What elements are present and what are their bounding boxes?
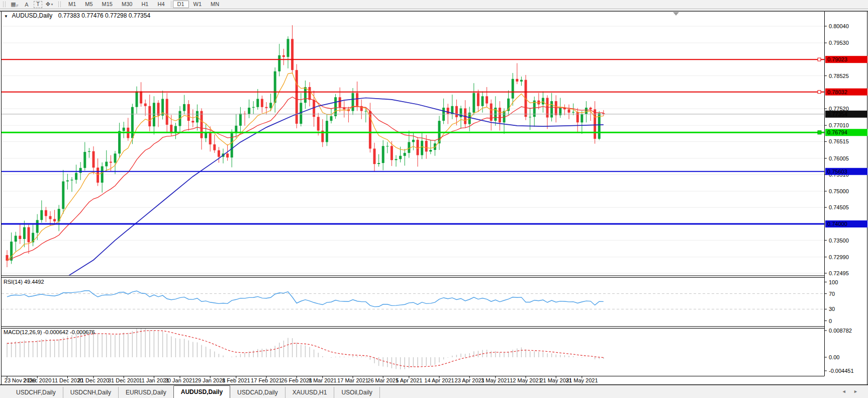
timeframe-button-m30[interactable]: M30 — [117, 1, 137, 8]
chart-tab-usoil[interactable]: USOil,Daily — [334, 387, 379, 398]
price-tick-label: 0.73500 — [829, 237, 849, 244]
timeframe-button-m5[interactable]: M5 — [80, 1, 97, 8]
chart-tab-xauusd[interactable]: XAUUSD,H1 — [285, 387, 335, 398]
price-tick-label: 0.76005 — [829, 155, 849, 162]
timeframe-button-m1[interactable]: M1 — [64, 1, 80, 8]
timeframe-button-d1[interactable]: D1 — [173, 1, 189, 8]
price-tick-label: 0.78525 — [829, 73, 849, 79]
rsi-tick-label: 100 — [829, 279, 838, 285]
chart-tab-audusd[interactable]: AUDUSD,Daily — [173, 385, 230, 398]
chart-tab-usdcad[interactable]: USDCAD,Daily — [230, 387, 285, 398]
date-tick-label: 17 Feb 2021 — [251, 377, 282, 383]
timeframe-button-h1[interactable]: H1 — [137, 1, 153, 8]
hline-price-tag: 0.76794 — [827, 129, 847, 135]
chart-menu-arrow-icon[interactable]: ▼ — [4, 14, 8, 19]
text-a-icon[interactable]: A — [22, 1, 32, 8]
timeframe-button-h4[interactable]: H4 — [153, 1, 169, 8]
timeframe-button-group: M1M5M15M30H1H4D1W1MN — [64, 0, 224, 9]
date-tick-label: 17 Mar 2021 — [337, 377, 368, 383]
price-tick-label: 0.80040 — [829, 23, 849, 29]
hline-price-tag: 0.75603 — [827, 169, 847, 175]
date-tick-label: 26 Feb 2021 — [281, 377, 312, 383]
macd-tick-label: 0.00 — [829, 354, 839, 360]
rsi-tick-label: 70 — [829, 291, 835, 297]
timeframe-button-mn[interactable]: MN — [206, 1, 224, 8]
tab-scroll-left-icon[interactable]: ◄ — [842, 389, 849, 394]
date-tick-label: 3 May 2021 — [481, 377, 510, 383]
chart-tab-eurusd[interactable]: EURUSD,Daily — [119, 387, 174, 398]
timeframe-button-w1[interactable]: W1 — [189, 1, 207, 8]
date-tick-label: 14 Apr 2021 — [424, 377, 454, 383]
price-tick-label: 0.72990 — [829, 254, 849, 260]
hline-price-tag: 0.74000 — [827, 221, 847, 227]
chart-tab-usdchf[interactable]: USDCHF,Daily — [9, 387, 63, 398]
chart-tab-usdcnh[interactable]: USDCNH,Daily — [63, 387, 119, 398]
date-tick-label: 8 Mar 2021 — [309, 377, 337, 383]
tab-scroll-right-icon[interactable]: ► — [853, 389, 861, 394]
timeframe-button-m15[interactable]: M15 — [98, 1, 117, 8]
chart-title: ▼ AUDUSD,Daily 0.77383 0.77476 0.77298 0… — [4, 12, 150, 19]
date-tick-label: 2 Dec 2020 — [23, 377, 51, 383]
mt4-window: ▦FAT✥▾ M1M5M15M30H1H4D1W1MN 0.800400.795… — [0, 0, 868, 398]
chart-tab-bar: USDCHF,DailyUSDCNH,DailyEURUSD,DailyAUDU… — [0, 385, 868, 398]
price-tick-label: 0.74505 — [829, 204, 849, 210]
macd-tick-label: 0.008782 — [829, 328, 852, 334]
price-tick-label: 0.75000 — [829, 188, 849, 194]
toolbar-drag-grip[interactable] — [3, 2, 6, 7]
chart-canvas[interactable]: 0.800400.795300.785250.775200.770100.765… — [0, 0, 868, 398]
date-tick-label: 8 Feb 2021 — [222, 377, 250, 383]
date-tick-label: 12 May 2021 — [510, 377, 542, 383]
chart-ohlc-values: 0.77383 0.77476 0.77298 0.77354 — [58, 12, 151, 19]
date-axis[interactable]: 23 Nov 20202 Dec 202011 Dec 202021 Dec 2… — [5, 376, 598, 383]
object-arrows-icon[interactable]: ✥▾ — [44, 1, 54, 8]
hline-price-tag: 0.78032 — [827, 89, 847, 95]
chart-tabs: USDCHF,DailyUSDCNH,DailyEURUSD,DailyAUDU… — [9, 385, 380, 398]
macd-tick-label: -0.004451 — [829, 368, 854, 374]
chart-symbol-label: AUDUSD,Daily — [12, 12, 53, 19]
date-tick-label: 21 Dec 2020 — [78, 377, 109, 383]
chart-grid-f-icon[interactable]: ▦F — [10, 1, 20, 8]
rsi-tick-label: 0 — [829, 318, 832, 324]
date-tick-label: 20 Jan 2021 — [165, 377, 196, 383]
tab-scroll-arrows: ◄ ► — [842, 389, 861, 394]
toolbar-object-icons: ▦FAT✥▾ — [9, 0, 55, 9]
price-tick-label: 0.79530 — [829, 40, 849, 46]
date-tick-label: 29 Jan 2021 — [195, 377, 226, 383]
current-price-tag: 0.77354 — [827, 111, 847, 117]
date-tick-label: 31 May 2021 — [566, 377, 598, 383]
date-tick-label: 31 Dec 2020 — [108, 377, 139, 383]
rsi-tick-label: 30 — [829, 306, 835, 312]
hline-price-tag: 0.79023 — [827, 56, 847, 62]
toolbar: ▦FAT✥▾ M1M5M15M30H1H4D1W1MN — [0, 0, 868, 9]
date-tick-label: 5 Apr 2021 — [396, 377, 422, 383]
toolbar-drag-grip[interactable] — [58, 2, 61, 7]
rsi-label: RSI(14) 49.4492 — [4, 279, 44, 285]
text-box-icon[interactable]: T — [34, 1, 42, 8]
price-tick-label: 0.72495 — [829, 270, 849, 276]
macd-label: MACD(12,26,9) -0.000642 -0.000676 — [4, 329, 95, 335]
date-tick-label: 26 Mar 2021 — [367, 377, 399, 383]
date-tick-label: 23 Apr 2021 — [455, 377, 485, 383]
price-tick-label: 0.77010 — [829, 122, 849, 128]
price-tick-label: 0.76515 — [829, 138, 849, 144]
